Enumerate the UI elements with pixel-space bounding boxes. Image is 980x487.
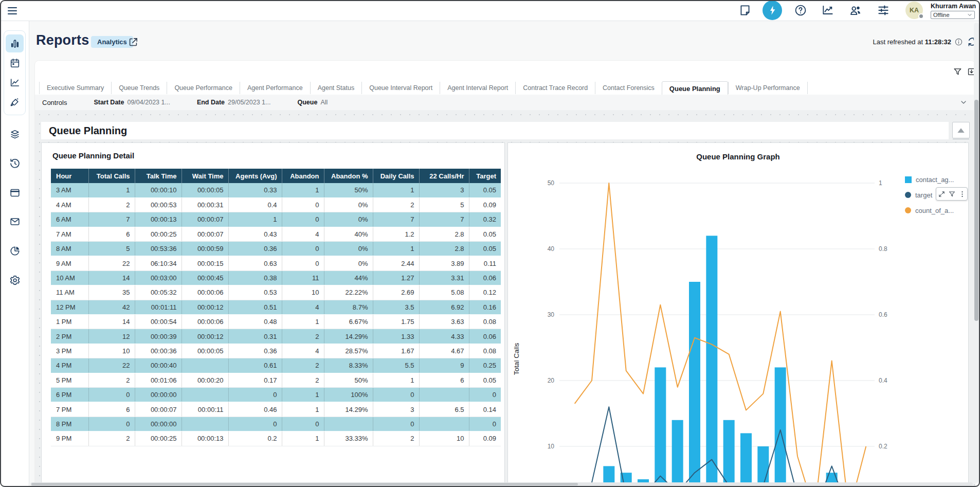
sheet-scroll-spinner[interactable] <box>952 122 970 138</box>
table-row-3-pm[interactable]: 3 PM1000:00:3600:00:050.36428.57%1.674.6… <box>51 344 501 358</box>
info-icon[interactable] <box>954 38 963 46</box>
tab-queue-performance[interactable]: Queue Performance <box>167 82 240 94</box>
sidebar-item-mail[interactable] <box>6 212 24 230</box>
cell: 00:00:12 <box>182 300 228 314</box>
cell: 3.5 <box>373 300 419 314</box>
svg-text:0.2: 0.2 <box>879 443 887 450</box>
tab-executive-summary[interactable]: Executive Summary <box>39 82 111 94</box>
cell: 00:03:00 <box>135 270 182 285</box>
sidebar-item-reports-bar-chart[interactable] <box>6 34 24 52</box>
table-row-2-pm[interactable]: 2 PM1200:00:3900:00:120.31214.29%1.334.3… <box>51 329 501 344</box>
scroll-up-icon[interactable] <box>953 122 969 139</box>
tab-agent-interval-report[interactable]: Agent Interval Report <box>440 82 515 94</box>
tab-agent-status[interactable]: Agent Status <box>310 82 362 94</box>
tab-wrap-up-performance[interactable]: Wrap-Up Performance <box>728 82 808 94</box>
control-label: Start Date <box>94 99 124 106</box>
table-row-4-am[interactable]: 4 AM200:00:5300:00:310.400%250.09 <box>51 197 501 212</box>
metrics-icon[interactable] <box>821 4 834 17</box>
bolt-icon[interactable] <box>763 1 782 20</box>
col-header-22-calls-hr[interactable]: 22 Calls/Hr <box>419 169 469 183</box>
col-header-abandon-[interactable]: Abandon % <box>324 169 373 183</box>
settings-sliders-icon[interactable] <box>877 4 890 17</box>
kebab-menu-icon[interactable] <box>958 190 966 198</box>
hamburger-menu-icon[interactable] <box>6 5 19 17</box>
note-icon[interactable] <box>738 4 752 17</box>
cell: 9 AM <box>51 256 88 270</box>
cell: 0 <box>282 256 324 270</box>
table-row-1-pm[interactable]: 1 PM1400:00:5400:00:060.4816.67%1.753.63… <box>51 315 501 329</box>
table-row-8-am[interactable]: 8 AM500:53:3600:00:590.3600%12.80.05 <box>51 242 501 256</box>
reports-bar-chart-icon <box>9 38 21 49</box>
svg-text:0.4: 0.4 <box>879 377 887 384</box>
col-header-agents-avg-[interactable]: Agents (Avg) <box>228 169 282 183</box>
sidebar-item-history[interactable] <box>6 154 24 172</box>
table-row-4-pm[interactable]: 4 PM2200:00:400.6128.33%5.590.25 <box>51 358 501 373</box>
control-end-date[interactable]: End Date29/05/2023 1... <box>197 99 271 106</box>
external-link-icon[interactable] <box>128 37 139 48</box>
tab-queue-trends[interactable]: Queue Trends <box>111 82 167 94</box>
cell: 0.12 <box>469 285 501 300</box>
cell: 14 <box>88 270 135 285</box>
control-start-date[interactable]: Start Date09/04/2023 1... <box>94 99 170 106</box>
table-row-10-am[interactable]: 10 AM1400:03:0000:00:450.381144%1.273.31… <box>51 270 501 285</box>
table-row-9-pm[interactable]: 9 PM200:00:2500:00:130.2133.33%2100.09 <box>51 431 501 446</box>
sidebar-item-pie-chart[interactable] <box>6 242 24 260</box>
table-row-3-am[interactable]: 3 AM100:00:1000:00:050.33150%130.05 <box>51 183 501 197</box>
col-header-total-calls[interactable]: Total Calls <box>88 169 135 183</box>
agents-icon[interactable] <box>849 4 862 17</box>
col-header-daily-calls[interactable]: Daily Calls <box>373 169 419 183</box>
table-row-9-am[interactable]: 9 AM2206:10:3400:00:150.6300%2.443.890.1… <box>51 256 501 270</box>
horizontal-scrollbar-thumb[interactable] <box>31 483 578 485</box>
maximize-icon[interactable] <box>938 190 946 198</box>
sidebar-item-layers[interactable] <box>6 125 24 143</box>
table-row-5-pm[interactable]: 5 PM200:01:0600:00:200.17250%160.05 <box>51 373 501 387</box>
cell: 00:00:12 <box>182 329 228 344</box>
table-row-7-am[interactable]: 7 AM600:00:2500:00:070.43440%1.22.80.05 <box>51 227 501 241</box>
sidebar-item-browser-window[interactable] <box>6 184 24 202</box>
table-row-6-am[interactable]: 6 AM700:00:1300:00:07100%770.32 <box>51 212 501 227</box>
help-icon[interactable] <box>794 4 807 17</box>
cell: 1.33 <box>373 329 419 344</box>
control-queue[interactable]: QueueAll <box>297 99 328 106</box>
col-header-abandon[interactable]: Abandon <box>282 169 324 183</box>
cell: 22 <box>88 358 135 373</box>
sidebar-item-line-chart[interactable] <box>6 74 24 92</box>
table-row-12-pm[interactable]: 12 PM4200:01:1100:00:120.5148.7%3.56.920… <box>51 300 501 314</box>
table-row-6-pm[interactable]: 6 PM000:00:0001100%00 <box>51 387 501 402</box>
cell: 7 <box>88 212 135 227</box>
legend-item-2[interactable]: count_of_a... <box>905 203 954 218</box>
cell: 0.43 <box>228 227 282 241</box>
col-header-talk-time[interactable]: Talk Time <box>135 169 182 183</box>
svg-text:0.8: 0.8 <box>879 245 887 252</box>
legend-item-0[interactable]: contact_ag... <box>905 172 954 187</box>
tab-agent-performance[interactable]: Agent Performance <box>240 82 310 94</box>
col-header-wait-time[interactable]: Wait Time <box>182 169 228 183</box>
controls-label: Controls <box>42 99 67 106</box>
control-label: Queue <box>297 99 317 106</box>
cell: 1 <box>282 431 324 446</box>
table-row-7-pm[interactable]: 7 PM600:00:0700:00:110.46114.29%36.50.14 <box>51 402 501 417</box>
tab-queue-interval-report[interactable]: Queue Interval Report <box>361 82 440 94</box>
table-row-8-pm[interactable]: 8 PM000:00:000000 <box>51 417 501 431</box>
vertical-scrollbar-thumb[interactable] <box>974 100 978 321</box>
svg-text:20: 20 <box>548 377 555 384</box>
legend-swatch <box>905 192 911 198</box>
sidebar-item-calendar[interactable] <box>6 54 24 72</box>
chart-filter-icon[interactable] <box>948 190 956 198</box>
tab-queue-planning[interactable]: Queue Planning <box>662 81 728 96</box>
filter-funnel-icon[interactable] <box>953 67 963 77</box>
tab-contact-forensics[interactable]: Contact Forensics <box>595 82 662 94</box>
cell <box>324 417 373 431</box>
cell: 4.67 <box>419 344 469 358</box>
tab-contract-trace-record[interactable]: Contract Trace Record <box>515 82 595 94</box>
controls-collapse-chevron-icon[interactable] <box>959 98 968 106</box>
vertical-scrollbar[interactable] <box>974 23 979 483</box>
horizontal-scrollbar[interactable] <box>30 482 973 486</box>
sidebar-item-settings-gear[interactable] <box>6 271 24 289</box>
status-select[interactable]: Offline <box>931 11 975 19</box>
col-header-target[interactable]: Target <box>469 169 501 183</box>
control-value: 09/04/2023 1... <box>127 99 170 106</box>
col-header-hour[interactable]: Hour <box>51 169 88 183</box>
table-row-11-am[interactable]: 11 AM3500:05:3200:00:060.531022.22%2.695… <box>51 285 501 300</box>
sidebar-item-designer-brush[interactable] <box>6 93 24 111</box>
